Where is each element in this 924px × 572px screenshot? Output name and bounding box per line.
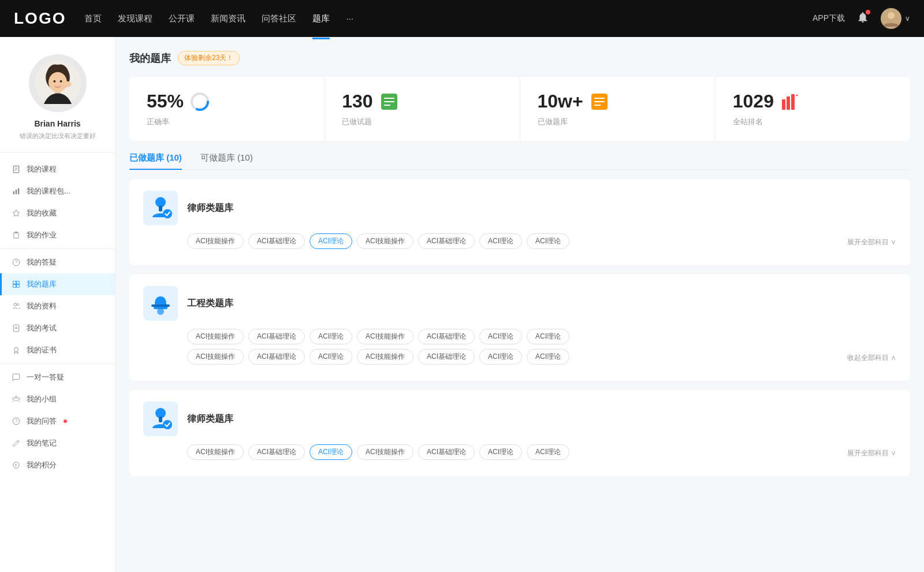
tag-2-2[interactable]: ACI理论 [310, 444, 352, 460]
svg-rect-57 [159, 417, 162, 422]
tag-1-r2-5[interactable]: ACI理论 [479, 349, 522, 365]
nav-opencourse[interactable]: 公开课 [169, 11, 195, 27]
tag-2-0[interactable]: ACI技能操作 [187, 444, 244, 460]
tag-0-5[interactable]: ACI理论 [479, 233, 522, 249]
stat-done-questions-top: 130 [342, 91, 502, 112]
svg-rect-15 [18, 188, 19, 195]
users-icon [12, 302, 21, 311]
sidebar-item-groups-label: 我的小组 [27, 394, 57, 404]
bank-card-0: 律师类题库 ACI技能操作 ACI基础理论 ACI理论 ACI技能操作 ACI基… [129, 179, 910, 265]
user-avatar [881, 8, 901, 29]
stat-ranking-top: 1029 [733, 91, 893, 112]
nav-qa[interactable]: 问答社区 [262, 11, 296, 27]
tag-1-r2-4[interactable]: ACI基础理论 [418, 349, 475, 365]
tag-2-4[interactable]: ACI基础理论 [418, 444, 475, 460]
tag-1-1[interactable]: ACI基础理论 [248, 329, 305, 344]
bank-card-2-title: 律师类题库 [187, 413, 233, 425]
lawyer-icon-0 [143, 191, 178, 225]
tag-2-3[interactable]: ACI技能操作 [357, 444, 413, 460]
sidebar-item-groups[interactable]: 我的小组 [0, 388, 115, 410]
tag-1-r2-2[interactable]: ACI理论 [310, 349, 352, 365]
nav-home[interactable]: 首页 [84, 11, 102, 27]
tag-0-4[interactable]: ACI基础理论 [418, 233, 475, 249]
tag-0-1[interactable]: ACI基础理论 [248, 233, 305, 249]
question-circle-icon: ? [12, 258, 21, 267]
bank-card-1: 工程类题库 ACI技能操作 ACI基础理论 ACI理论 ACI技能操作 ACI基… [129, 274, 910, 381]
tag-1-4[interactable]: ACI基础理论 [418, 329, 475, 344]
tag-2-5[interactable]: ACI理论 [479, 444, 522, 460]
tag-0-0[interactable]: ACI技能操作 [187, 233, 244, 249]
tag-1-r2-3[interactable]: ACI技能操作 [357, 349, 413, 365]
app-download-link[interactable]: APP下载 [813, 13, 845, 24]
sidebar-item-favorites[interactable]: 我的收藏 [0, 202, 115, 224]
sidebar-item-myqa[interactable]: ? 我的问答 [0, 410, 115, 432]
nav-news[interactable]: 新闻资讯 [211, 11, 245, 27]
sidebar-item-myqa-label: 我的问答 [27, 416, 57, 426]
bank-card-1-tags-row2: ACI技能操作 ACI基础理论 ACI理论 ACI技能操作 ACI基础理论 AC… [143, 349, 896, 365]
sidebar-item-notes[interactable]: 我的笔记 [0, 432, 115, 454]
bank-card-0-expand[interactable]: 展开全部科目 ∨ [847, 235, 896, 247]
svg-point-29 [15, 396, 17, 399]
help-icon: ? [12, 417, 21, 426]
svg-point-8 [64, 81, 72, 87]
bank-card-2-expand[interactable]: 展开全部科目 ∨ [847, 446, 896, 458]
sidebar-item-certificates-label: 我的证书 [27, 345, 57, 355]
tag-1-3[interactable]: ACI技能操作 [357, 329, 413, 344]
tag-1-5[interactable]: ACI理论 [479, 329, 522, 344]
sidebar-item-questionbank[interactable]: 我的题库 [0, 273, 115, 295]
tag-1-r2-1[interactable]: ACI基础理论 [248, 349, 305, 365]
clipboard-icon [12, 231, 21, 240]
tag-0-6[interactable]: ACI理论 [527, 233, 569, 249]
svg-point-31 [18, 398, 20, 400]
svg-rect-14 [16, 190, 17, 194]
lawyer-icon-2 [143, 402, 178, 436]
menu-divider-1 [0, 248, 115, 249]
tag-1-6[interactable]: ACI理论 [527, 329, 569, 344]
nav-more[interactable]: ··· [346, 11, 353, 27]
sidebar-item-materials[interactable]: 我的资料 [0, 295, 115, 317]
sidebar-item-qa[interactable]: ? 我的答疑 [0, 251, 115, 273]
sidebar-item-courses[interactable]: 我的课程 [0, 158, 115, 180]
tab-done-banks[interactable]: 已做题库 (10) [129, 153, 182, 169]
stat-done-questions-label: 已做试题 [342, 117, 502, 127]
stat-ranking: 1029 全站排名 [716, 77, 910, 141]
sidebar-item-exams[interactable]: 我的考试 [0, 317, 115, 339]
trial-badge: 体验剩余23天！ [178, 51, 240, 65]
svg-rect-48 [787, 96, 790, 110]
bank-card-1-collapse[interactable]: 收起全部科目 ∧ [847, 351, 896, 363]
coin-icon: ¥ [12, 460, 21, 470]
sidebar-item-points[interactable]: ¥ 我的积分 [0, 454, 115, 476]
stat-accuracy: 55% 正确率 [129, 77, 325, 141]
stat-done-questions-value: 130 [342, 91, 372, 112]
tag-2-1[interactable]: ACI基础理论 [248, 444, 305, 460]
tag-0-3[interactable]: ACI技能操作 [357, 233, 413, 249]
sidebar-item-packages[interactable]: 我的课程包... [0, 180, 115, 202]
grid-icon [12, 280, 21, 289]
nav-bank[interactable]: 题库 [312, 11, 330, 27]
sidebar-item-certificates[interactable]: 我的证书 [0, 339, 115, 361]
bank-card-2-header: 律师类题库 [143, 402, 896, 436]
tag-1-r2-6[interactable]: ACI理论 [527, 349, 569, 365]
sidebar-item-points-label: 我的积分 [27, 460, 57, 470]
svg-point-58 [163, 420, 172, 429]
tag-1-0[interactable]: ACI技能操作 [187, 329, 244, 344]
svg-point-23 [14, 303, 17, 306]
bank-card-2: 律师类题库 ACI技能操作 ACI基础理论 ACI理论 ACI技能操作 ACI基… [129, 390, 910, 476]
nav-discover[interactable]: 发现课程 [118, 11, 152, 27]
engineer-icon [143, 286, 178, 321]
user-avatar-wrap[interactable]: ∨ [881, 8, 910, 29]
sidebar-item-one-on-one[interactable]: 一对一答疑 [0, 366, 115, 388]
file-icon [12, 165, 21, 174]
svg-point-1 [888, 12, 895, 19]
stat-done-banks: 10w+ 已做题库 [520, 77, 716, 141]
svg-point-6 [53, 80, 55, 83]
sidebar-item-homework[interactable]: 我的作业 [0, 224, 115, 246]
tag-0-2[interactable]: ACI理论 [310, 233, 352, 249]
file-text-icon [12, 324, 21, 333]
tab-available-banks[interactable]: 可做题库 (10) [200, 153, 253, 169]
notification-bell[interactable] [856, 11, 869, 26]
svg-point-7 [59, 80, 62, 83]
tag-1-r2-0[interactable]: ACI技能操作 [187, 349, 244, 365]
tag-1-2[interactable]: ACI理论 [310, 329, 352, 344]
tag-2-6[interactable]: ACI理论 [527, 444, 569, 460]
